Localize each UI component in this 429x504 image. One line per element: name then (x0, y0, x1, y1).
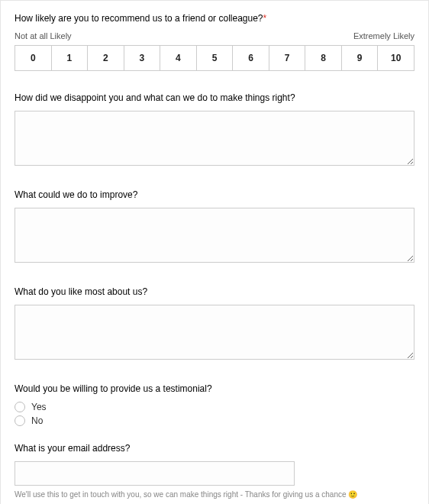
question-email: What is your email address? We'll use th… (15, 443, 414, 499)
rating-option-7[interactable]: 7 (269, 46, 306, 70)
rating-scale: 0 1 2 3 4 5 6 7 8 9 10 (15, 45, 414, 71)
rating-option-5[interactable]: 5 (197, 46, 234, 70)
email-field[interactable] (15, 461, 295, 486)
scale-labels: Not at all Likely Extremely Likely (15, 31, 414, 40)
question-improve-label: What could we do to improve? (15, 189, 414, 200)
testimonial-yes-label: Yes (31, 402, 47, 412)
rating-option-2[interactable]: 2 (88, 46, 124, 70)
scale-label-left: Not at all Likely (15, 31, 72, 40)
question-recommend: How likely are you to recommend us to a … (15, 13, 414, 71)
question-like-most-label: What do you like most about us? (15, 286, 414, 297)
smile-icon: 🙂 (348, 490, 357, 499)
rating-option-1[interactable]: 1 (52, 46, 89, 70)
survey-form: How likely are you to recommend us to a … (0, 0, 429, 504)
question-recommend-text: How likely are you to recommend us to a … (15, 13, 263, 24)
question-recommend-label: How likely are you to recommend us to a … (15, 13, 414, 24)
rating-option-4[interactable]: 4 (160, 46, 197, 70)
testimonial-option-no[interactable]: No (15, 415, 414, 426)
question-disappoint-label: How did we disappoint you and what can w… (15, 92, 414, 103)
email-helper-text-content: We'll use this to get in touch with you,… (15, 490, 348, 499)
question-improve: What could we do to improve? (15, 189, 414, 265)
rating-option-8[interactable]: 8 (305, 46, 342, 70)
rating-option-6[interactable]: 6 (233, 46, 269, 70)
like-most-textarea[interactable] (15, 305, 414, 360)
question-disappoint: How did we disappoint you and what can w… (15, 92, 414, 168)
disappoint-textarea[interactable] (15, 111, 414, 166)
question-email-label: What is your email address? (15, 443, 414, 454)
scale-label-right: Extremely Likely (353, 31, 414, 40)
testimonial-no-label: No (31, 415, 43, 426)
rating-option-0[interactable]: 0 (15, 46, 52, 70)
radio-icon (15, 415, 25, 426)
testimonial-option-yes[interactable]: Yes (15, 402, 414, 412)
improve-textarea[interactable] (15, 208, 414, 263)
rating-option-10[interactable]: 10 (378, 46, 414, 70)
radio-icon (15, 402, 25, 412)
email-helper-text: We'll use this to get in touch with you,… (15, 490, 414, 499)
question-testimonial-label: Would you be willing to provide us a tes… (15, 383, 414, 394)
required-indicator: * (263, 13, 267, 24)
rating-option-9[interactable]: 9 (342, 46, 379, 70)
rating-option-3[interactable]: 3 (124, 46, 161, 70)
question-like-most: What do you like most about us? (15, 286, 414, 362)
testimonial-radio-group: Yes No (15, 402, 414, 426)
question-testimonial: Would you be willing to provide us a tes… (15, 383, 414, 426)
